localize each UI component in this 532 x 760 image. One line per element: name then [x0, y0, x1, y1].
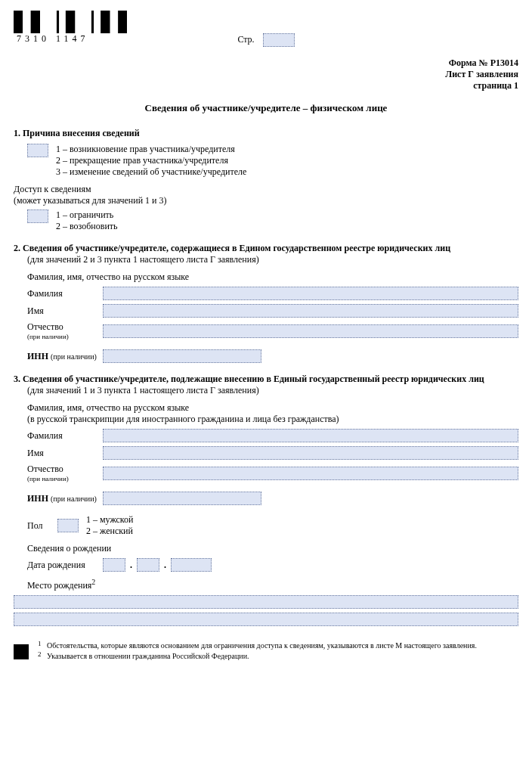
section2-sub: (для значений 2 и 3 пункта 1 настоящего … — [27, 254, 259, 265]
section2-head: 2. Сведения об участнике/учредителе, сод… — [14, 243, 518, 265]
sec3-fam-label: Фамилия — [27, 430, 103, 442]
sec2-inn-label: ИНН (при наличии) — [27, 351, 103, 362]
page-indicator: Стр. — [127, 11, 405, 47]
sec2-name-field[interactable] — [103, 304, 518, 318]
form-number: Форма № Р13014 — [14, 57, 518, 69]
birth-head: Сведения о рождении — [27, 543, 518, 554]
sec3-name-label: Имя — [27, 448, 103, 459]
barcode-icon: ▌▌│▌│▌▌│▌▌▌│▌│▌▌│▌▌│▌▌ — [14, 11, 127, 33]
sec2-fio-label: Фамилия, имя, отчество на русском языке — [27, 271, 518, 283]
sec2-inn-field[interactable] — [103, 349, 261, 363]
dob-label: Дата рождения — [27, 560, 103, 571]
sec3-patronymic-field[interactable] — [103, 467, 518, 480]
access-note: (может указываться для значений 1 и 3) — [14, 195, 518, 206]
page-label: Стр. — [237, 34, 254, 45]
access-code-field[interactable] — [27, 209, 48, 223]
pob-field-1[interactable] — [14, 595, 518, 609]
footer: 1Обстоятельства, которые являются основа… — [14, 640, 518, 661]
pob-field-2[interactable] — [14, 613, 518, 626]
form-metadata: Форма № Р13014 Лист Г заявления страница… — [14, 57, 518, 92]
sec3-surname-field[interactable] — [103, 429, 518, 442]
section1-head: 1. Причина внесения сведений — [14, 128, 518, 139]
header-row: ▌▌│▌│▌▌│▌▌▌│▌│▌▌│▌▌│▌▌ 7310 1147 Стр. — [14, 11, 518, 54]
access-options: 1 – ограничить 2 – возобновить — [56, 209, 118, 232]
page-number-field[interactable] — [263, 33, 295, 47]
dob-month-field[interactable] — [137, 558, 159, 572]
barcode-block: ▌▌│▌│▌▌│▌▌▌│▌│▌▌│▌▌│▌▌ 7310 1147 — [14, 11, 127, 45]
black-marker-icon — [14, 644, 29, 659]
sec2-name-label: Имя — [27, 306, 103, 317]
sec3-inn-label: ИНН (при наличии) — [27, 493, 103, 504]
sec2-surname-field[interactable] — [103, 287, 518, 300]
sex-label: Пол — [27, 520, 57, 532]
sex-code-field[interactable] — [57, 519, 79, 532]
sec3-name-field[interactable] — [103, 446, 518, 460]
form-sheet: Лист Г заявления — [14, 69, 518, 80]
barcode-number: 7310 1147 — [14, 33, 127, 45]
dob-day-field[interactable] — [103, 558, 125, 572]
section3-head: 3. Сведения об участнике/учредителе, под… — [14, 374, 518, 396]
sex-opt2: 2 – женский — [86, 526, 133, 537]
sec3-patr-label: Отчество (при наличии) — [27, 464, 103, 482]
pob-label: Место рождения2 — [27, 578, 518, 591]
access-opt1: 1 – ограничить — [56, 209, 118, 221]
section3-sub: (для значений 1 и 3 пункта 1 настоящего … — [27, 385, 259, 396]
sex-opt1: 1 – мужской — [86, 514, 133, 526]
sec2-fam-label: Фамилия — [27, 288, 103, 299]
sex-options: 1 – мужской 2 – женский — [86, 514, 133, 537]
reason-code-field[interactable] — [27, 144, 48, 157]
sec3-inn-field[interactable] — [103, 492, 261, 505]
sec2-patronymic-field[interactable] — [103, 324, 518, 338]
footnote-2: 2Указывается в отношении гражданина Росс… — [38, 652, 518, 661]
access-head: Доступ к сведениям — [14, 184, 518, 195]
dob-year-field[interactable] — [171, 558, 212, 572]
sec2-patr-label: Отчество (при наличии) — [27, 321, 103, 340]
sec3-fio-label: Фамилия, имя, отчество на русском языке … — [27, 402, 518, 425]
footnote-1: 1Обстоятельства, которые являются основа… — [38, 641, 518, 650]
reason-opt1: 1 – возникновение прав участника/учредит… — [56, 144, 246, 155]
form-page: страница 1 — [14, 80, 518, 92]
reason-opt2: 2 – прекращение прав участника/учредител… — [56, 155, 246, 166]
access-opt2: 2 – возобновить — [56, 221, 118, 232]
reason-opt3: 3 – изменение сведений об участнике/учре… — [56, 166, 246, 178]
page-title: Сведения об участнике/учредителе – физич… — [14, 102, 518, 114]
reason-options: 1 – возникновение прав участника/учредит… — [56, 144, 246, 178]
